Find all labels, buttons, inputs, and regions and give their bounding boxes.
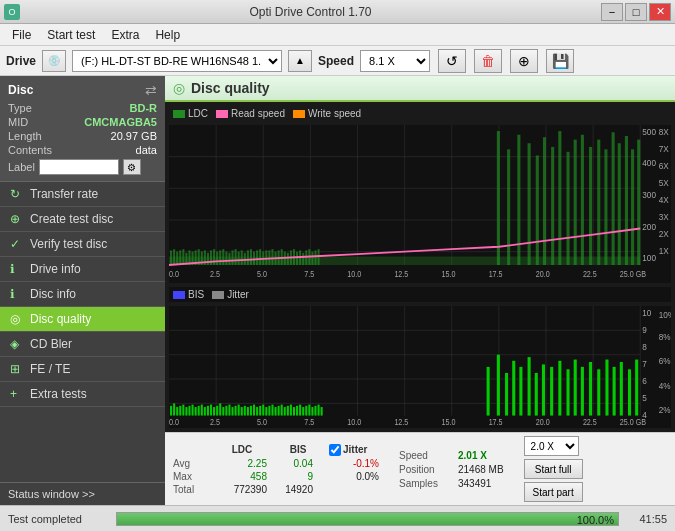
refresh-btn[interactable]: ↺ (438, 49, 466, 73)
svg-text:6X: 6X (659, 160, 669, 171)
svg-rect-28 (207, 253, 209, 265)
jitter-check: Jitter (329, 444, 367, 456)
drive-label: Drive (6, 54, 36, 68)
svg-rect-18 (176, 252, 178, 265)
svg-rect-54 (287, 253, 289, 265)
svg-text:25.0 GB: 25.0 GB (620, 270, 646, 280)
start-part-button[interactable]: Start part (524, 482, 583, 502)
sidebar-item-drive-info[interactable]: ℹ Drive info (0, 257, 165, 282)
speed-select2[interactable]: 2.0 X (524, 436, 579, 456)
svg-rect-59 (302, 253, 304, 265)
svg-rect-141 (225, 406, 227, 416)
samples-key: Samples (399, 478, 454, 489)
svg-text:3X: 3X (659, 211, 669, 222)
read-color-swatch (216, 110, 228, 118)
status-window-btn[interactable]: Status window >> (0, 482, 165, 505)
svg-text:0.0: 0.0 (169, 270, 180, 280)
legend-ldc: LDC (173, 108, 208, 119)
drive-icon-btn[interactable]: 💿 (42, 50, 66, 72)
drive-eject-btn[interactable]: ▲ (288, 50, 312, 72)
minimize-button[interactable]: − (601, 3, 623, 21)
svg-text:15.0: 15.0 (442, 270, 457, 280)
svg-rect-64 (318, 249, 320, 265)
svg-rect-174 (497, 355, 500, 416)
chart1-container: 500 400 300 200 100 8X 7X 6X 5X 4X 3X 2X… (169, 125, 671, 283)
svg-rect-142 (228, 405, 230, 416)
svg-rect-30 (213, 249, 215, 265)
jitter-checkbox[interactable] (329, 444, 341, 456)
start-full-button[interactable]: Start full (524, 459, 583, 479)
speed-select[interactable]: 8.1 X (360, 50, 430, 72)
label-settings-btn[interactable]: ⚙ (123, 159, 141, 175)
svg-rect-183 (567, 370, 570, 416)
sidebar-item-disc-info[interactable]: ℹ Disc info (0, 282, 165, 307)
svg-rect-190 (620, 362, 623, 416)
svg-text:2.5: 2.5 (210, 270, 221, 280)
sidebar-item-create-test-disc[interactable]: ⊕ Create test disc (0, 207, 165, 232)
svg-rect-43 (253, 252, 255, 265)
svg-rect-29 (210, 250, 212, 265)
close-button[interactable]: ✕ (649, 3, 671, 21)
svg-text:5X: 5X (659, 177, 669, 188)
svg-rect-16 (170, 250, 172, 265)
svg-rect-153 (262, 405, 264, 416)
sidebar-item-verify-test-disc[interactable]: ✓ Verify test disc (0, 232, 165, 257)
svg-text:7X: 7X (659, 143, 669, 154)
copy-btn[interactable]: ⊕ (510, 49, 538, 73)
drive-bar: Drive 💿 (F:) HL-DT-ST BD-RE WH16NS48 1.D… (0, 46, 675, 76)
sidebar-item-transfer-rate[interactable]: ↻ Transfer rate (0, 182, 165, 207)
svg-text:7.5: 7.5 (304, 418, 315, 428)
save-btn[interactable]: 💾 (546, 49, 574, 73)
svg-text:20.0: 20.0 (536, 418, 551, 428)
speed-label: Speed (318, 54, 354, 68)
bis-header: BIS (283, 444, 313, 455)
svg-rect-151 (256, 407, 258, 416)
erase-btn[interactable]: 🗑 (474, 49, 502, 73)
svg-text:12.5: 12.5 (394, 270, 409, 280)
progress-outer: 100.0% (116, 512, 619, 526)
contents-val: data (136, 144, 157, 156)
svg-rect-81 (625, 136, 628, 265)
svg-rect-19 (179, 250, 181, 265)
stats-main: LDC BIS Jitter Avg 2.25 0.04 -0.1% Max 4… (173, 444, 379, 495)
svg-rect-128 (185, 407, 187, 416)
legend-jitter: Jitter (212, 289, 249, 300)
svg-rect-35 (228, 253, 230, 265)
svg-rect-178 (528, 357, 531, 415)
sidebar-item-fe-te[interactable]: ⊞ FE / TE (0, 357, 165, 382)
svg-text:100: 100 (642, 253, 656, 264)
svg-rect-181 (550, 367, 553, 416)
svg-text:4%: 4% (659, 380, 671, 391)
ldc-color-swatch (173, 110, 185, 118)
sidebar-label-create-test-disc: Create test disc (30, 212, 113, 226)
menu-help[interactable]: Help (147, 26, 188, 44)
svg-rect-185 (581, 367, 584, 416)
sidebar-item-cd-bler[interactable]: ◈ CD Bler (0, 332, 165, 357)
total-label: Total (173, 484, 201, 495)
svg-rect-17 (173, 249, 175, 265)
sidebar-item-extra-tests[interactable]: + Extra tests (0, 382, 165, 407)
label-input[interactable] (39, 159, 119, 175)
charts-area: LDC Read speed Write speed (165, 102, 675, 432)
chart1-svg: 500 400 300 200 100 8X 7X 6X 5X 4X 3X 2X… (169, 125, 671, 283)
sidebar-item-disc-quality[interactable]: ◎ Disc quality (0, 307, 165, 332)
menu-bar: File Start test Extra Help (0, 24, 675, 46)
svg-rect-182 (558, 361, 561, 416)
svg-rect-177 (519, 367, 522, 416)
disc-title: Disc (8, 83, 33, 97)
menu-file[interactable]: File (4, 26, 39, 44)
maximize-button[interactable]: □ (625, 3, 647, 21)
svg-rect-131 (195, 407, 197, 416)
extra-tests-icon: + (10, 387, 24, 401)
menu-extra[interactable]: Extra (103, 26, 147, 44)
svg-rect-42 (250, 249, 252, 265)
svg-rect-171 (318, 405, 320, 416)
menu-start-test[interactable]: Start test (39, 26, 103, 44)
svg-rect-67 (517, 135, 520, 265)
svg-rect-40 (244, 253, 246, 265)
window-controls: − □ ✕ (601, 3, 671, 21)
disc-arrow-btn[interactable]: ⇄ (145, 82, 157, 98)
svg-rect-136 (210, 405, 212, 416)
cd-bler-icon: ◈ (10, 337, 24, 351)
drive-select[interactable]: (F:) HL-DT-ST BD-RE WH16NS48 1.D3 (72, 50, 282, 72)
